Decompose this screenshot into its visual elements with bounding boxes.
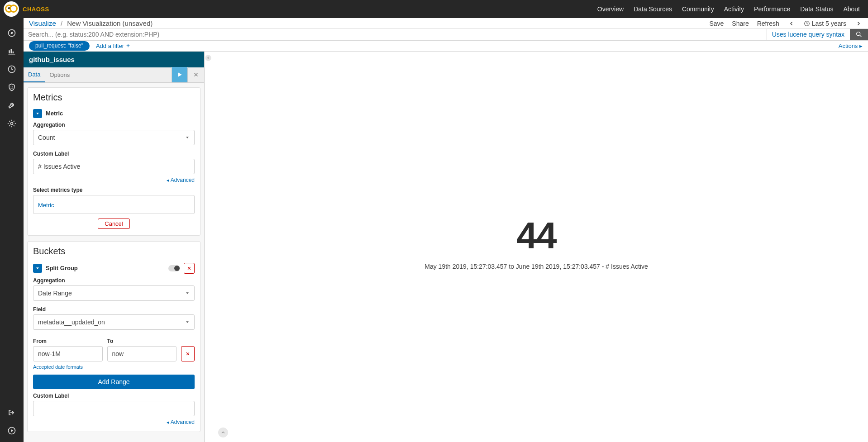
svg-marker-10: [178, 73, 182, 77]
svg-marker-1: [11, 32, 13, 34]
breadcrumb-bar: Visualize / New Visualization (unsaved) …: [24, 18, 868, 29]
add-filter-button[interactable]: Add a filter: [96, 43, 130, 49]
top-actions: Save Share Refresh Last 5 years: [709, 19, 863, 28]
nav-link[interactable]: Data Status: [800, 5, 833, 13]
crumb-root[interactable]: Visualize: [29, 19, 56, 27]
discover-icon[interactable]: [6, 27, 18, 39]
query-syntax-link[interactable]: Uses lucene query syntax: [766, 29, 850, 40]
bucket-aggregation-label: Aggregation: [33, 277, 195, 284]
actions-menu[interactable]: Actions ▸: [839, 43, 863, 49]
svg-point-5: [11, 123, 13, 125]
side-rail: [0, 18, 24, 442]
metric-value: 44: [424, 214, 648, 257]
select-metrics-type-label: Select metrics type: [33, 187, 195, 193]
svg-marker-7: [11, 429, 13, 432]
refresh-button[interactable]: Refresh: [757, 20, 779, 27]
nav-link[interactable]: About: [843, 5, 860, 13]
panel-body: Metrics Metric Aggregation Count Custom …: [24, 83, 204, 442]
buckets-card: Buckets Split Group Aggregation Date Ran…: [27, 241, 200, 432]
search-row: Uses lucene query syntax: [24, 29, 868, 41]
logo-icon[interactable]: [4, 1, 19, 17]
metric-display: 44 May 19th 2019, 15:27:03.457 to June 1…: [424, 214, 648, 271]
field-select[interactable]: metadata__updated_on: [33, 314, 195, 330]
visualization-area: 44 May 19th 2019, 15:27:03.457 to June 1…: [205, 52, 868, 442]
metric-header: Metric: [33, 109, 195, 118]
add-range-button[interactable]: Add Range: [33, 375, 195, 389]
share-button[interactable]: Share: [732, 20, 749, 27]
app-body: Visualize / New Visualization (unsaved) …: [24, 18, 868, 442]
from-label: From: [33, 338, 103, 344]
enable-toggle[interactable]: [168, 265, 180, 271]
svg-point-9: [857, 32, 860, 36]
collapse-panel-icon[interactable]: [205, 54, 213, 62]
time-next-icon[interactable]: [854, 19, 863, 28]
split-group-label: Split Group: [46, 265, 165, 271]
nav-link[interactable]: Activity: [724, 5, 744, 13]
tab-data[interactable]: Data: [24, 67, 45, 82]
metric-label: Metric: [46, 110, 195, 117]
field-label: Field: [33, 306, 195, 313]
to-input[interactable]: [107, 346, 177, 361]
scroll-top-icon[interactable]: [218, 428, 228, 437]
svg-marker-11: [36, 113, 39, 114]
nav-link[interactable]: Overview: [597, 5, 624, 13]
filter-pill[interactable]: pull_request: "false": [29, 41, 90, 51]
metric-caption: May 19th 2019, 15:27:03.457 to June 19th…: [424, 263, 648, 271]
time-prev-icon[interactable]: [787, 19, 796, 28]
bucket-custom-label-input[interactable]: [33, 401, 195, 416]
delete-range-button[interactable]: [181, 346, 195, 361]
metrics-title: Metrics: [33, 92, 195, 103]
time-picker[interactable]: Last 5 years: [804, 20, 846, 27]
aggregation-select[interactable]: Count: [33, 130, 195, 145]
delete-bucket-button[interactable]: [184, 263, 195, 274]
svg-marker-12: [186, 137, 189, 138]
nav-left: CHAOSS: [4, 1, 49, 17]
save-button[interactable]: Save: [709, 20, 724, 27]
editor-panel: github_issues Data Options Metrics Metri…: [24, 52, 205, 442]
crumb-current: New Visualization (unsaved): [67, 19, 153, 27]
cancel-button[interactable]: Cancel: [98, 219, 129, 229]
metric-type-link[interactable]: Metric: [38, 199, 54, 209]
advanced-toggle[interactable]: Advanced: [33, 177, 195, 183]
devtools-icon[interactable]: [6, 100, 18, 111]
bucket-advanced-toggle[interactable]: Advanced: [33, 419, 195, 425]
apply-button[interactable]: [172, 67, 188, 82]
to-label: To: [107, 338, 177, 344]
main-area: github_issues Data Options Metrics Metri…: [24, 52, 868, 442]
svg-point-4: [12, 86, 13, 87]
bucket-custom-label-label: Custom Label: [33, 393, 195, 399]
breadcrumb: Visualize / New Visualization (unsaved): [29, 19, 153, 27]
metrics-type-box: Metric: [33, 195, 195, 214]
svg-marker-14: [186, 292, 189, 294]
global-nav: CHAOSS Overview Data Sources Community A…: [0, 0, 868, 18]
custom-label-label: Custom Label: [33, 151, 195, 157]
visualize-icon[interactable]: [6, 45, 18, 57]
bucket-aggregation-select[interactable]: Date Range: [33, 285, 195, 301]
nav-link[interactable]: Performance: [754, 5, 790, 13]
caret-down-icon[interactable]: [33, 109, 42, 118]
aggregation-label: Aggregation: [33, 122, 195, 128]
nav-link[interactable]: Data Sources: [634, 5, 672, 13]
discard-button[interactable]: [188, 67, 204, 82]
svg-marker-15: [186, 321, 189, 323]
index-name: github_issues: [24, 52, 204, 67]
logout-icon[interactable]: [6, 407, 18, 418]
panel-tabs: Data Options: [24, 67, 204, 83]
tab-options[interactable]: Options: [45, 68, 74, 82]
accepted-formats-link[interactable]: Accepted date formats: [33, 364, 83, 370]
custom-label-input[interactable]: [33, 159, 195, 174]
nav-right: Overview Data Sources Community Activity…: [597, 5, 860, 13]
management-icon[interactable]: [6, 118, 18, 129]
security-icon[interactable]: [6, 81, 18, 93]
nav-link[interactable]: Community: [682, 5, 714, 13]
collapse-icon[interactable]: [6, 425, 18, 437]
brand-label: CHAOSS: [23, 6, 49, 13]
dashboard-icon[interactable]: [6, 63, 18, 75]
search-button[interactable]: [850, 29, 868, 40]
filter-row: pull_request: "false" Add a filter Actio…: [24, 41, 868, 52]
bucket-header: Split Group: [33, 263, 195, 274]
from-input[interactable]: [33, 346, 103, 361]
search-input[interactable]: [24, 29, 766, 40]
svg-marker-13: [36, 267, 39, 269]
caret-down-icon[interactable]: [33, 264, 42, 273]
